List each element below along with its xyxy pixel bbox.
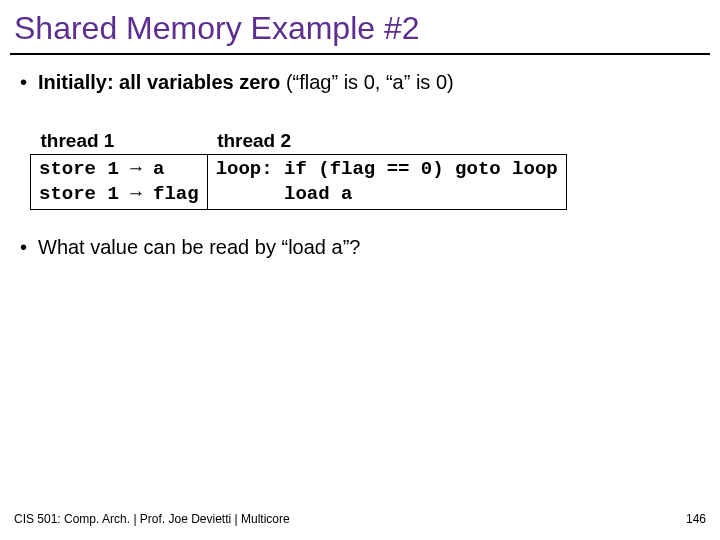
- bullet-initially-bold: Initially: all variables zero: [38, 71, 280, 93]
- bullet-list: Initially: all variables zero (“flag” is…: [0, 69, 720, 96]
- thread2-code: loop: if (flag == 0) goto loop load a: [207, 155, 566, 210]
- slide-footer: CIS 501: Comp. Arch. | Prof. Joe Deviett…: [14, 512, 706, 526]
- bullet-question: What value can be read by “load a”?: [18, 234, 702, 261]
- thread-code-table: thread 1 thread 2 store 1 → a store 1 → …: [30, 128, 567, 210]
- footer-left: CIS 501: Comp. Arch. | Prof. Joe Deviett…: [14, 512, 290, 526]
- bullet-initially: Initially: all variables zero (“flag” is…: [18, 69, 702, 96]
- footer-page-number: 146: [686, 512, 706, 526]
- slide-title: Shared Memory Example #2: [0, 0, 720, 53]
- bullet-list-2: What value can be read by “load a”?: [0, 234, 720, 261]
- bullet-initially-rest: (“flag” is 0, “a” is 0): [280, 71, 453, 93]
- thread2-header: thread 2: [207, 128, 566, 155]
- thread1-code: store 1 → a store 1 → flag: [31, 155, 208, 210]
- title-underline: [10, 53, 710, 55]
- thread1-header: thread 1: [31, 128, 208, 155]
